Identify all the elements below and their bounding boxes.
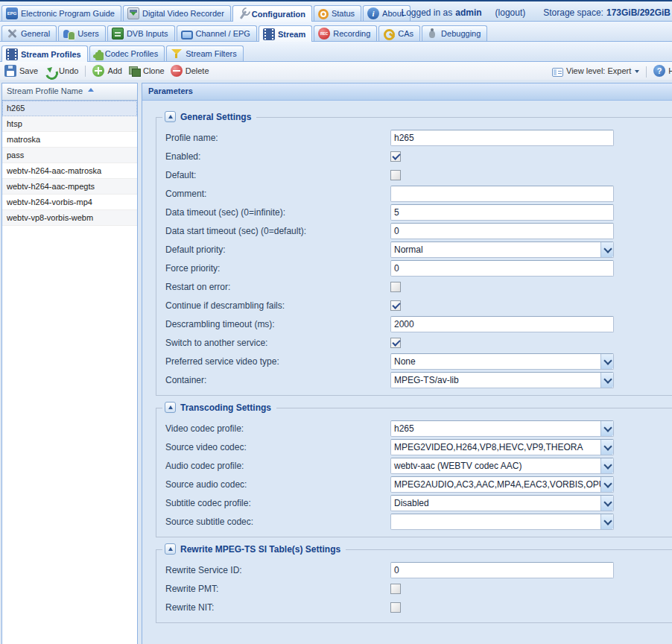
force-priority-input[interactable]: 0 bbox=[390, 260, 614, 277]
logged-in-label: Logged in as bbox=[401, 7, 452, 18]
clone-button[interactable]: Clone bbox=[125, 63, 168, 78]
data-timeout-sec-0-infinite-input[interactable]: 5 bbox=[390, 204, 614, 221]
combo-value: Normal bbox=[391, 242, 613, 255]
comment-input[interactable] bbox=[390, 186, 614, 202]
rewrite-service-id-input[interactable]: 0 bbox=[390, 562, 614, 578]
tab-electronic-program-guide[interactable]: Electronic Program Guide bbox=[1, 5, 121, 21]
save-button[interactable]: Save bbox=[1, 63, 41, 78]
video-codec-profile-combo[interactable]: h265 bbox=[390, 420, 614, 437]
tab-stream-filters[interactable]: Stream Filters bbox=[166, 45, 243, 61]
save-icon bbox=[4, 65, 16, 77]
profile-name-input[interactable]: h265 bbox=[390, 130, 614, 146]
dropdown-trigger-icon[interactable] bbox=[600, 242, 613, 257]
input-value: h265 bbox=[391, 130, 613, 143]
section-legend: General Settings bbox=[162, 111, 256, 122]
tab-codec-profiles[interactable]: Codec Profiles bbox=[89, 45, 165, 61]
collapse-icon[interactable] bbox=[165, 543, 176, 555]
rewrite-pmt-label: Rewrite PMT: bbox=[165, 584, 390, 594]
tab-label: Codec Profiles bbox=[105, 49, 159, 58]
continue-if-descrambling-fails-checkbox[interactable] bbox=[390, 300, 401, 311]
collapse-icon[interactable] bbox=[165, 111, 176, 122]
audio-codec-profile-combo[interactable]: webtv-aac (WEBTV codec AAC) bbox=[390, 458, 614, 474]
profile-list-header[interactable]: Stream Profile Name bbox=[2, 83, 137, 101]
dropdown-trigger-icon[interactable] bbox=[600, 354, 613, 369]
delete-button[interactable]: Delete bbox=[168, 63, 212, 78]
view-level-button[interactable]: View level: Expert bbox=[549, 63, 642, 78]
tab-debugging[interactable]: Debugging bbox=[422, 25, 487, 41]
dropdown-trigger-icon[interactable] bbox=[600, 514, 613, 529]
dropdown-trigger-icon[interactable] bbox=[600, 440, 613, 455]
rewrite-pmt-checkbox[interactable] bbox=[390, 584, 401, 594]
section-legend: Transcoding Settings bbox=[162, 402, 276, 413]
container-combo[interactable]: MPEG-TS/av-lib bbox=[390, 372, 614, 388]
undo-button[interactable]: Undo bbox=[41, 63, 81, 78]
restart-on-error-checkbox[interactable] bbox=[390, 282, 401, 292]
descrambling-timeout-ms-input[interactable]: 2000 bbox=[390, 316, 614, 332]
tab-stream[interactable]: Stream bbox=[259, 25, 312, 42]
source-audio-codec-combo[interactable]: MPEG2AUDIO,AC3,AAC,MP4A,EAC3,VORBIS,OPUS… bbox=[390, 476, 614, 493]
input-value: 5 bbox=[391, 205, 613, 218]
profile-row-matroska[interactable]: matroska bbox=[2, 132, 137, 148]
logout-link[interactable]: (logout) bbox=[495, 7, 526, 18]
profile-row-pass[interactable]: pass bbox=[2, 148, 137, 163]
undo-icon bbox=[44, 65, 56, 77]
tab-configuration[interactable]: Configuration bbox=[232, 5, 312, 22]
field-row: Subtitle codec profile:Disabled bbox=[165, 495, 672, 511]
button-label: Save bbox=[19, 66, 38, 75]
tab-status[interactable]: Status bbox=[314, 5, 361, 21]
dropdown-trigger-icon[interactable] bbox=[600, 496, 613, 511]
field-row: Container:MPEG-TS/av-lib bbox=[165, 372, 672, 388]
tab-stream-profiles[interactable]: Stream Profiles bbox=[1, 45, 88, 62]
enabled-label: Enabled: bbox=[165, 151, 390, 162]
debugging-icon bbox=[426, 28, 438, 40]
preferred-service-video-type-label: Preferred service video type: bbox=[165, 356, 390, 367]
input-value: 0 bbox=[391, 261, 613, 274]
profile-row-webtv-h264-aac-mpegts[interactable]: webtv-h264-aac-mpegts bbox=[2, 179, 137, 195]
input-value: 2000 bbox=[391, 317, 613, 329]
rewrite-nit-checkbox[interactable] bbox=[390, 602, 401, 613]
tab-users[interactable]: Users bbox=[58, 25, 106, 41]
add-button[interactable]: Add bbox=[89, 63, 125, 78]
tab-digital-video-recorder[interactable]: Digital Video Recorder bbox=[123, 5, 231, 21]
dropdown-trigger-icon[interactable] bbox=[600, 421, 613, 436]
dropdown-trigger-icon[interactable] bbox=[600, 373, 613, 388]
source-subtitle-codec-combo[interactable] bbox=[390, 514, 614, 530]
profile-row-htsp[interactable]: htsp bbox=[2, 116, 137, 132]
profile-row-h265[interactable]: h265 bbox=[2, 101, 137, 116]
profile-row-webtv-h264-vorbis-mp4[interactable]: webtv-h264-vorbis-mp4 bbox=[2, 195, 137, 210]
section-general-settings: General SettingsProfile name:h265Enabled… bbox=[156, 117, 672, 396]
subtitle-codec-profile-combo[interactable]: Disabled bbox=[390, 495, 614, 511]
tab-dvb-inputs[interactable]: DVB Inputs bbox=[107, 25, 175, 41]
collapse-icon[interactable] bbox=[165, 402, 176, 413]
default-label: Default: bbox=[165, 170, 390, 180]
field-row: Default priority:Normal bbox=[165, 242, 672, 258]
tab-cas[interactable]: CAs bbox=[378, 25, 420, 41]
container-label: Container: bbox=[165, 375, 390, 385]
general-icon bbox=[6, 28, 18, 40]
dropdown-trigger-icon[interactable] bbox=[600, 458, 613, 473]
switch-to-another-service-checkbox[interactable] bbox=[390, 338, 401, 348]
default-checkbox[interactable] bbox=[390, 170, 401, 180]
combo-value: webtv-aac (WEBTV codec AAC) bbox=[391, 458, 613, 471]
combo-value bbox=[391, 514, 613, 517]
tab-label: DVB Inputs bbox=[127, 29, 168, 38]
dropdown-trigger-icon[interactable] bbox=[600, 477, 613, 492]
profile-row-webtv-h264-aac-matroska[interactable]: webtv-h264-aac-matroska bbox=[2, 163, 137, 179]
preferred-service-video-type-combo[interactable]: None bbox=[390, 353, 614, 370]
field-row: Switch to another service: bbox=[165, 335, 672, 351]
enabled-checkbox[interactable] bbox=[390, 151, 401, 162]
tab-general[interactable]: General bbox=[1, 25, 57, 41]
default-priority-combo[interactable]: Normal bbox=[390, 242, 614, 258]
storage-label: Storage space: bbox=[543, 7, 603, 18]
audio-codec-profile-label: Audio codec profile: bbox=[165, 461, 390, 471]
tab-recording[interactable]: Recording bbox=[314, 25, 377, 41]
help-button[interactable]: Help bbox=[650, 63, 672, 78]
profile-row-webtv-vp8-vorbis-webm[interactable]: webtv-vp8-vorbis-webm bbox=[2, 210, 137, 226]
data-start-timeout-sec-0-default-input[interactable]: 0 bbox=[390, 223, 614, 239]
profile-list-header-label: Stream Profile Name bbox=[7, 86, 83, 95]
source-video-codec-combo[interactable]: MPEG2VIDEO,H264,VP8,HEVC,VP9,THEORA bbox=[390, 439, 614, 455]
tab-channel-epg[interactable]: Channel / EPG bbox=[177, 25, 257, 41]
source-audio-codec-label: Source audio codec: bbox=[165, 479, 390, 490]
field-row: Rewrite Service ID:0 bbox=[165, 562, 672, 578]
toolbar-separator bbox=[646, 66, 647, 78]
